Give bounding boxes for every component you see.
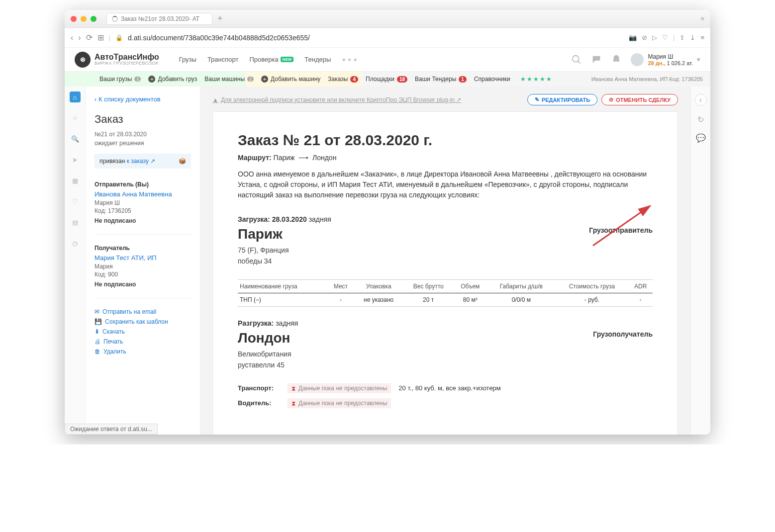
download-icon[interactable]: ⤓ <box>690 34 695 41</box>
block-icon[interactable]: ⊘ <box>642 34 647 41</box>
crypto-warning[interactable]: ▲Для электронной подписи установите или … <box>212 96 461 103</box>
share-icon[interactable]: ⇪ <box>679 34 685 41</box>
doc-title: Заказ № 21 от 28.03.2020 г. <box>238 132 653 149</box>
nav-forward-button[interactable]: › <box>78 33 81 42</box>
transport-row: Транспорт: ⧗Данные пока не предоставлены… <box>238 383 653 393</box>
site-header: ⊛ АвтоТрансИнфо БИРЖА ГРУЗОПЕРЕВОЗОК Гру… <box>65 48 710 72</box>
history-icon[interactable]: ↻ <box>697 115 704 124</box>
collapse-right-icon[interactable]: ‹ <box>695 94 707 106</box>
consignee-title: Грузополучатель <box>593 330 653 371</box>
user-days: 28 дн., <box>648 60 665 66</box>
user-name: Мария Ш <box>648 53 693 60</box>
sidebar-title: Заказ <box>95 113 191 126</box>
action-delete[interactable]: 🗑Удалить <box>95 348 191 355</box>
linked-order-link[interactable]: к заказу ↗ <box>127 158 156 165</box>
rail-search-icon[interactable]: 🔍 <box>70 133 81 144</box>
nav-transport[interactable]: Транспорт <box>207 56 239 63</box>
menu-icon[interactable]: ≡ <box>700 34 704 41</box>
browser-tab[interactable]: Заказ №21от 28.03.2020- АТ <box>106 13 212 25</box>
rail-send-icon[interactable]: ➤ <box>70 154 81 165</box>
rail-grid-icon[interactable]: ▦ <box>70 175 81 186</box>
reload-button[interactable]: ⟳ <box>86 33 93 42</box>
right-rail: ‹ ↻ 💬 <box>690 87 710 435</box>
recipient-name: Мария <box>95 263 191 270</box>
subnav-add-truck[interactable]: +Добавить машину <box>261 76 320 83</box>
maximize-window[interactable] <box>91 16 97 22</box>
nav-check[interactable]: ПроверкаNEW <box>249 56 293 63</box>
shipper-title: Грузоотправитель <box>589 226 653 267</box>
camera-icon[interactable]: 📷 <box>629 34 637 41</box>
close-window[interactable] <box>71 16 77 22</box>
heart-icon[interactable]: ♡ <box>662 34 668 41</box>
action-download[interactable]: ⬇Скачать <box>95 328 191 335</box>
subnav-platforms[interactable]: Площадки18 <box>366 76 407 83</box>
sidebar-doc-number: №21 от 28.03.2020 <box>95 130 191 139</box>
new-badge: NEW <box>281 57 294 62</box>
sidebar-doc-status: ожидает решения <box>95 139 191 148</box>
sender-label: Отправитель (Вы) <box>95 181 191 188</box>
document: Заказ № 21 от 28.03.2020 г. Маршрут: Пар… <box>212 111 678 435</box>
recipient-link[interactable]: Мария Тест АТИ, ИП <box>95 254 191 262</box>
sender-name: Мария Ш <box>95 199 191 206</box>
lock-icon: 🔒 <box>115 34 123 41</box>
action-print[interactable]: 🖨Печать <box>95 338 191 345</box>
logo-title: АвтоТрансИнфо <box>95 53 159 62</box>
hourglass-icon: ⧗ <box>291 400 295 407</box>
logo-icon: ⊛ <box>75 52 91 68</box>
action-email[interactable]: ✉Отправить на email <box>95 308 191 315</box>
plus-icon: + <box>148 76 155 83</box>
tabs-menu-icon[interactable]: ≡ <box>700 15 704 22</box>
back-to-list-link[interactable]: ‹ К списку документов <box>95 95 191 103</box>
recipient-code: Код: 900 <box>95 271 191 278</box>
subnav-your-cargo[interactable]: Ваши грузы1 <box>99 76 141 83</box>
new-tab-button[interactable]: + <box>217 13 223 24</box>
sub-nav: Ваши грузы1 +Добавить груз Ваши машины1 … <box>65 72 710 87</box>
rail-heart-icon[interactable]: ♡ <box>70 196 81 207</box>
cancel-deal-button[interactable]: ⊘ОТМЕНИТЬ СДЕЛКУ <box>601 94 678 105</box>
sender-sign-status: Не подписано <box>95 217 191 224</box>
linked-order-box: привязан к заказу ↗ 📦 <box>95 154 191 169</box>
subnav-your-tenders[interactable]: Ваши Тендеры1 <box>415 76 467 83</box>
svg-point-0 <box>573 55 579 62</box>
user-menu[interactable]: Мария Ш 28 дн., 1 026.2 ат. ▾ <box>631 53 700 66</box>
sender-code: Код: 1736205 <box>95 207 191 214</box>
logo[interactable]: ⊛ АвтоТрансИнфо БИРЖА ГРУЗОПЕРЕВОЗОК <box>75 52 159 68</box>
address-bar: ‹ › ⟳ ⊞ | 🔒 d.ati.su/document/738a00c39e… <box>65 28 710 48</box>
rail-star-icon[interactable]: ☆ <box>70 112 81 123</box>
minimize-window[interactable] <box>81 16 87 22</box>
bell-icon[interactable] <box>611 54 622 65</box>
rail-doc-icon[interactable]: ▤ <box>70 217 81 228</box>
subnav-add-cargo[interactable]: +Добавить груз <box>148 76 197 83</box>
unloading-city: Лондон <box>238 330 291 346</box>
subnav-directory[interactable]: Справочники <box>474 76 510 83</box>
comments-icon[interactable]: 💬 <box>696 133 706 143</box>
nav-tenders[interactable]: Тендеры <box>304 56 331 63</box>
sender-link[interactable]: Иванова Анна Матвеевна <box>95 190 191 198</box>
subnav-orders[interactable]: Заказы4 <box>328 76 358 83</box>
chat-icon[interactable] <box>591 54 602 65</box>
apps-icon[interactable]: ⊞ <box>97 33 104 42</box>
cancel-icon: ⊘ <box>609 96 613 103</box>
rail-home-icon[interactable]: ⌂ <box>70 91 81 102</box>
mail-icon: ✉ <box>95 308 99 315</box>
left-rail: ⌂ ☆ 🔍 ➤ ▦ ♡ ▤ ◷ <box>65 87 86 435</box>
rail-clock-icon[interactable]: ◷ <box>70 238 81 249</box>
logo-subtitle: БИРЖА ГРУЗОПЕРЕВОЗОК <box>95 61 159 66</box>
print-icon: 🖨 <box>95 338 100 345</box>
edit-button[interactable]: ✎РЕДАКТИРОВАТЬ <box>527 94 597 105</box>
user-balance: 1 026.2 ат. <box>667 60 693 66</box>
nav-more[interactable]: ● ● ● <box>342 56 357 63</box>
subnav-your-trucks[interactable]: Ваши машины1 <box>204 76 254 83</box>
nav-back-button[interactable]: ‹ <box>71 33 73 42</box>
recipient-sign-status: Не подписано <box>95 281 191 288</box>
cargo-table: Наименование груза Мест Упаковка Вес бру… <box>238 279 653 307</box>
play-icon[interactable]: ▷ <box>652 34 657 41</box>
action-save-template[interactable]: 💾Сохранить как шаблон <box>95 318 191 325</box>
search-icon[interactable] <box>571 54 582 65</box>
nav-cargo[interactable]: Грузы <box>179 56 196 63</box>
driver-row: Водитель: ⧗Данные пока не предоставлены <box>238 398 653 408</box>
rating-stars: ★★★★★ <box>520 76 553 83</box>
tab-title: Заказ №21от 28.03.2020- АТ <box>121 15 199 22</box>
url-text[interactable]: d.ati.su/document/738a00c39e744b04888d5d… <box>128 34 624 42</box>
avatar <box>631 53 644 66</box>
